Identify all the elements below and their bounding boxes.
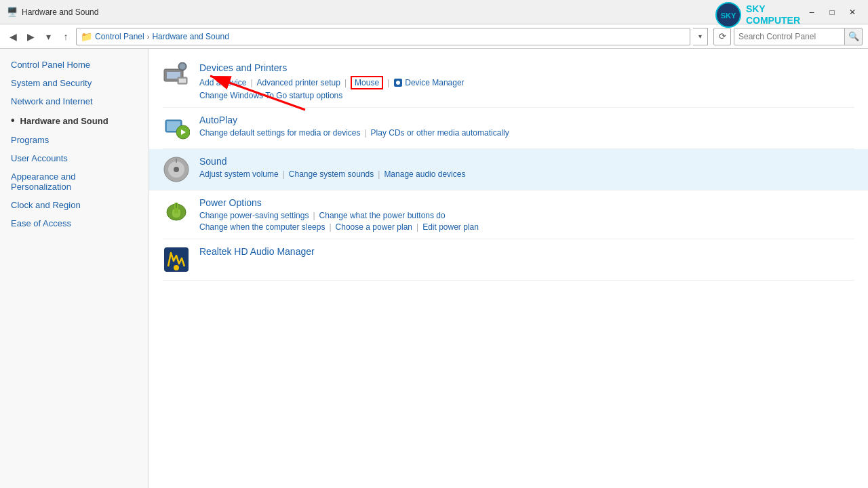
device-manager-icon <box>393 78 403 87</box>
sidebar-item-hardware-and-sound[interactable]: Hardware and Sound <box>0 110 149 131</box>
play-cds-link[interactable]: Play CDs or other media automatically <box>371 128 509 138</box>
svg-point-24 <box>174 265 179 270</box>
title-bar-icon: 🖥️ <box>7 7 18 18</box>
power-plan-link[interactable]: Choose a power plan <box>336 222 412 232</box>
sound-icon <box>163 156 190 183</box>
svg-point-18 <box>174 167 179 172</box>
sidebar-item-programs[interactable]: Programs <box>0 131 149 149</box>
path-dropdown-button[interactable]: ▾ <box>693 28 708 45</box>
power-icon <box>163 197 190 224</box>
autoplay-icon <box>163 115 190 142</box>
logo-text: SKY COMPUTER <box>746 3 800 26</box>
refresh-button[interactable]: ⟳ <box>713 28 731 45</box>
power-buttons-link[interactable]: Change what the power buttons do <box>319 211 446 220</box>
sidebar-item-system-and-security[interactable]: System and Security <box>0 74 149 92</box>
devices-links: Add a device | Advanced printer setup | … <box>199 76 854 89</box>
sound-title[interactable]: Sound <box>199 156 854 167</box>
path-root[interactable]: Control Panel <box>95 32 144 41</box>
category-sound: Sound Adjust system volume | Change syst… <box>149 149 868 190</box>
edit-plan-link[interactable]: Edit power plan <box>422 222 479 232</box>
category-power-options: Power Options Change power-saving settin… <box>163 190 854 239</box>
sidebar-item-ease-of-access[interactable]: Ease of Access <box>0 214 149 232</box>
close-button[interactable]: ✕ <box>844 5 861 19</box>
path-current[interactable]: Hardware and Sound <box>152 32 229 41</box>
power-sub-links: Change when the computer sleeps | Choose… <box>199 222 854 232</box>
path-separator-1: › <box>147 33 150 41</box>
sidebar-item-user-accounts[interactable]: User Accounts <box>0 149 149 167</box>
power-links: Change power-saving settings | Change wh… <box>199 211 854 220</box>
title-bar-controls: – □ ✕ <box>803 5 861 19</box>
realtek-title[interactable]: Realtek HD Audio Manager <box>199 246 854 257</box>
change-default-link[interactable]: Change default settings for media or dev… <box>199 128 360 138</box>
dropdown-button[interactable]: ▾ <box>41 29 56 44</box>
sound-content: Sound Adjust system volume | Change syst… <box>199 156 854 179</box>
svg-rect-7 <box>179 79 186 83</box>
minimize-button[interactable]: – <box>803 5 821 19</box>
autoplay-title[interactable]: AutoPlay <box>199 115 854 125</box>
autoplay-links: Change default settings for media or dev… <box>199 128 854 138</box>
category-autoplay: AutoPlay Change default settings for med… <box>163 108 854 149</box>
main-layout: Control Panel Home System and Security N… <box>0 49 868 488</box>
realtek-icon <box>163 246 190 273</box>
back-button[interactable]: ◀ <box>5 29 20 44</box>
realtek-content: Realtek HD Audio Manager <box>199 246 854 260</box>
device-manager-link[interactable]: Device Manager <box>405 78 464 87</box>
mouse-link[interactable]: Mouse <box>351 76 383 89</box>
search-icon[interactable]: 🔍 <box>844 28 862 45</box>
advanced-printer-link[interactable]: Advanced printer setup <box>257 78 340 87</box>
svg-text:SKY: SKY <box>721 12 736 20</box>
content-area: Devices and Printers Add a device | Adva… <box>149 49 868 488</box>
change-sounds-link[interactable]: Change system sounds <box>289 169 374 179</box>
forward-button[interactable]: ▶ <box>23 29 38 44</box>
sidebar-item-network-and-internet[interactable]: Network and Internet <box>0 92 149 110</box>
content-wrapper: Devices and Printers Add a device | Adva… <box>163 56 854 281</box>
category-devices-and-printers: Devices and Printers Add a device | Adva… <box>163 56 854 108</box>
power-saving-link[interactable]: Change power-saving settings <box>199 211 309 220</box>
sidebar-item-clock-and-region[interactable]: Clock and Region <box>0 196 149 214</box>
devices-title[interactable]: Devices and Printers <box>199 62 854 73</box>
up-button[interactable]: ↑ <box>58 29 73 44</box>
manage-audio-link[interactable]: Manage audio devices <box>384 169 465 179</box>
adjust-volume-link[interactable]: Adjust system volume <box>199 169 279 179</box>
search-input[interactable] <box>734 28 844 45</box>
maximize-button[interactable]: □ <box>823 5 841 19</box>
sound-links: Adjust system volume | Change system sou… <box>199 169 854 179</box>
devices-icon <box>163 62 190 89</box>
svg-point-9 <box>180 64 185 69</box>
sidebar: Control Panel Home System and Security N… <box>0 49 149 488</box>
logo-area: SKY SKY COMPUTER <box>715 1 800 28</box>
search-box: 🔍 <box>734 28 863 45</box>
sidebar-item-appearance-and-personalization[interactable]: Appearance and Personalization <box>0 167 149 196</box>
svg-point-11 <box>396 81 400 85</box>
autoplay-content: AutoPlay Change default settings for med… <box>199 115 854 138</box>
add-device-link[interactable]: Add a device <box>199 78 246 87</box>
sidebar-item-control-panel-home[interactable]: Control Panel Home <box>0 56 149 74</box>
title-bar-title: Hardware and Sound <box>22 7 803 17</box>
computer-sleeps-link[interactable]: Change when the computer sleeps <box>199 222 325 232</box>
devices-content: Devices and Printers Add a device | Adva… <box>199 62 854 100</box>
power-content: Power Options Change power-saving settin… <box>199 197 854 232</box>
change-startup-link[interactable]: Change Windows To Go startup options <box>199 91 854 100</box>
category-realtek: Realtek HD Audio Manager <box>163 239 854 281</box>
power-title[interactable]: Power Options <box>199 197 854 208</box>
title-bar: 🖥️ Hardware and Sound SKY SKY COMPUTER –… <box>0 0 868 24</box>
logo-icon: SKY <box>715 1 742 28</box>
address-path: 📁 Control Panel › Hardware and Sound <box>76 28 690 45</box>
